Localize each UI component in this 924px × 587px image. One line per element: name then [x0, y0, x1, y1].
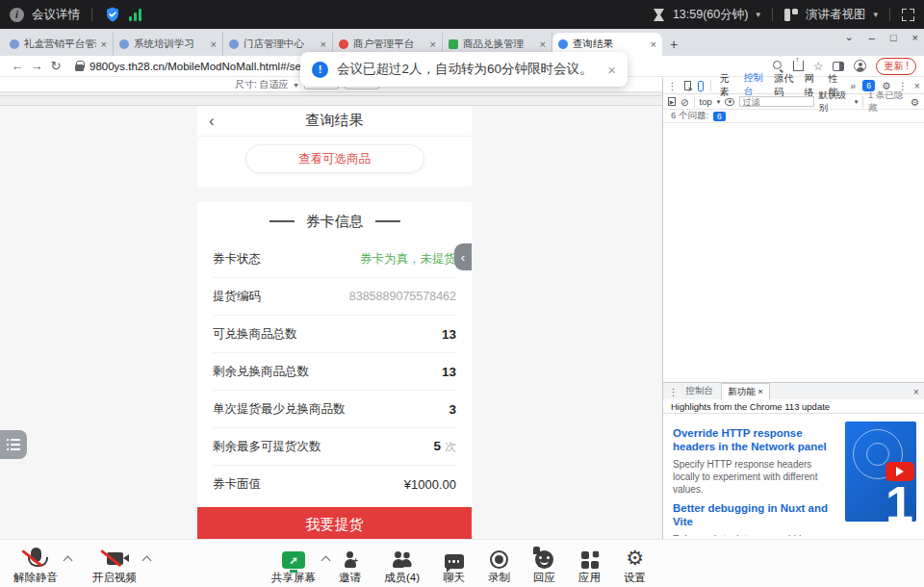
- issues-chip-badge[interactable]: 6: [713, 112, 726, 121]
- back-chevron-icon[interactable]: ‹: [209, 112, 215, 131]
- level-dropdown-icon[interactable]: ▾: [855, 98, 859, 106]
- drawer-tab-console[interactable]: 控制台: [686, 385, 714, 397]
- side-panel-icon[interactable]: [833, 62, 844, 71]
- dash-decoration: [270, 220, 295, 222]
- console-settings-icon[interactable]: ⚙: [911, 96, 919, 108]
- share-screen-button[interactable]: 共享屏幕: [271, 546, 316, 585]
- reactions-button[interactable]: 回应: [533, 546, 555, 585]
- participants-icon: [393, 551, 412, 569]
- back-icon[interactable]: ←: [8, 59, 27, 73]
- share-options-chevron-icon[interactable]: [321, 556, 331, 566]
- meeting-timer[interactable]: 13:59(60分钟): [673, 7, 749, 23]
- timer-dropdown-icon[interactable]: ▾: [756, 10, 760, 19]
- zoom-control-bar: 解除静音 开启视频 共享屏幕 + 邀请 成员(4): [0, 539, 924, 587]
- lock-icon[interactable]: [75, 61, 84, 71]
- new-tab-button[interactable]: +: [662, 33, 685, 56]
- fullscreen-icon[interactable]: [902, 9, 914, 21]
- context-selector[interactable]: top: [700, 96, 712, 107]
- share-screen-icon: [282, 551, 305, 569]
- settings-button[interactable]: ⚙ 设置: [624, 546, 646, 585]
- kebab-icon[interactable]: ⋮: [667, 80, 678, 91]
- reload-icon[interactable]: ↻: [46, 59, 65, 73]
- console-filter-input[interactable]: [739, 96, 814, 107]
- chrome-update-button[interactable]: 更新 !: [876, 58, 916, 75]
- tab-close-icon[interactable]: ×: [211, 38, 217, 50]
- window-maximize-icon[interactable]: □: [890, 32, 897, 43]
- invite-button[interactable]: + 邀请: [339, 546, 361, 585]
- log-level-select[interactable]: 默认级别: [819, 89, 850, 115]
- live-expression-eye-icon[interactable]: [725, 98, 734, 106]
- inspect-element-icon[interactable]: [684, 81, 692, 90]
- info-icon: !: [312, 62, 328, 78]
- favicon: [558, 39, 568, 49]
- devtools-close-icon[interactable]: ×: [914, 80, 920, 91]
- toast-close-icon[interactable]: ×: [607, 62, 616, 78]
- console-sidebar-icon[interactable]: ▶: [668, 97, 676, 106]
- drawer-menu-icon[interactable]: ⋮: [668, 386, 679, 397]
- video-off-icon: [104, 548, 125, 569]
- row-card-value: 券卡面值 ¥1000.00: [213, 466, 456, 503]
- clear-console-icon[interactable]: ⊘: [680, 96, 689, 108]
- row-total-redeemable: 可兑换商品总数 13: [213, 316, 456, 353]
- browser-tab[interactable]: 系统培训学习×: [114, 33, 223, 56]
- card-info-section-title: 券卡信息: [197, 202, 472, 241]
- meeting-info-icon[interactable]: i: [10, 8, 24, 22]
- emulated-viewport: ‹ 查询结果 查看可选商品 券卡信息 券卡状态 券卡为真，未提货 提货编码 83…: [0, 92, 662, 539]
- size-dropdown-icon[interactable]: ▾: [295, 81, 298, 89]
- devtools-drawer: ⋮ 控制台 新功能 × × Highlights from the Chrome…: [663, 382, 924, 536]
- window-close-icon[interactable]: ×: [912, 32, 918, 43]
- more-tabs-icon[interactable]: »: [850, 80, 856, 91]
- tab-close-icon[interactable]: ×: [101, 38, 107, 50]
- hidden-messages-label: 1 条已隐藏: [868, 89, 906, 115]
- video-options-chevron-icon[interactable]: [142, 556, 152, 566]
- mute-options-chevron-icon[interactable]: [64, 556, 73, 566]
- device-toolbar-toggle-icon[interactable]: [698, 81, 704, 91]
- tab-close-icon[interactable]: ×: [540, 38, 546, 50]
- console-messages-area[interactable]: [663, 123, 924, 382]
- whatsnew-link-1[interactable]: Override HTTP response headers in the Ne…: [673, 426, 834, 454]
- favicon: [10, 39, 19, 49]
- context-dropdown-icon[interactable]: ▾: [717, 98, 721, 106]
- meeting-details-label[interactable]: 会议详情: [32, 7, 80, 23]
- divider: [889, 8, 890, 21]
- profile-avatar[interactable]: [854, 60, 866, 72]
- encryption-shield-icon: [104, 6, 121, 23]
- sidebar-toggle-handle[interactable]: [0, 430, 27, 459]
- forward-icon[interactable]: →: [27, 59, 46, 73]
- drawer-tab-bar: ⋮ 控制台 新功能 × ×: [663, 383, 924, 399]
- participants-button[interactable]: 成员(4): [384, 546, 420, 585]
- meeting-toast: ! 会议已超过2人，自动转为60分钟限时会议。 ×: [300, 52, 628, 87]
- browser-tab[interactable]: 礼盒营销平台管理中心×: [4, 33, 114, 56]
- device-size-select[interactable]: 尺寸: 自适应: [235, 78, 289, 91]
- chat-button[interactable]: 聊天: [443, 546, 465, 585]
- page-collapse-handle[interactable]: ‹: [454, 243, 472, 270]
- invite-person-icon: +: [345, 551, 356, 569]
- apps-button[interactable]: 应用: [578, 546, 601, 585]
- unmute-button[interactable]: 解除静音: [13, 546, 58, 585]
- whatsnew-link-2[interactable]: Better debugging in Nuxt and Vite: [673, 501, 834, 529]
- record-icon: [490, 550, 508, 569]
- pickup-submit-button[interactable]: 我要提货: [197, 507, 472, 542]
- view-dropdown-icon[interactable]: ▾: [873, 10, 878, 19]
- divider: [694, 96, 695, 108]
- drawer-tab-whatsnew[interactable]: 新功能 ×: [721, 383, 770, 400]
- mobile-page: ‹ 查询结果 查看可选商品 券卡信息 券卡状态 券卡为真，未提货 提货编码 83…: [197, 106, 472, 539]
- devtools-tab-elements[interactable]: 元素: [718, 71, 735, 100]
- view-mode-label[interactable]: 演讲者视图: [806, 7, 866, 23]
- start-video-button[interactable]: 开启视频: [92, 546, 137, 585]
- tab-close-icon[interactable]: ×: [430, 38, 436, 50]
- tab-close-icon[interactable]: ×: [321, 38, 326, 50]
- chrome-113-artwork: 1: [845, 421, 916, 522]
- favicon: [339, 39, 348, 49]
- issues-label: 6 个问题:: [671, 110, 708, 122]
- drawer-tab-close-icon[interactable]: ×: [757, 386, 763, 396]
- view-products-button[interactable]: 查看可选商品: [245, 144, 424, 173]
- connection-signal-icon: [129, 9, 141, 21]
- zoom-level-icon[interactable]: [773, 61, 783, 71]
- window-minimize-icon[interactable]: –: [869, 32, 875, 43]
- drawer-close-icon[interactable]: ×: [913, 386, 919, 397]
- share-page-icon[interactable]: [793, 61, 804, 71]
- window-menu-icon[interactable]: ⌄: [845, 31, 854, 43]
- record-button[interactable]: 录制: [488, 546, 510, 585]
- tab-close-icon[interactable]: ×: [651, 38, 656, 50]
